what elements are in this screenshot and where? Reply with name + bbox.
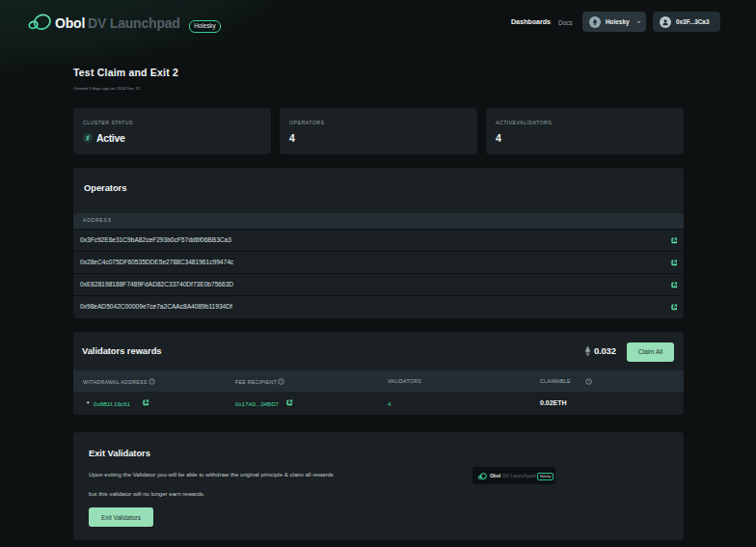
svg-text:?: ? <box>587 379 590 384</box>
svg-text:?: ? <box>280 379 283 384</box>
svg-text:?: ? <box>150 379 153 384</box>
